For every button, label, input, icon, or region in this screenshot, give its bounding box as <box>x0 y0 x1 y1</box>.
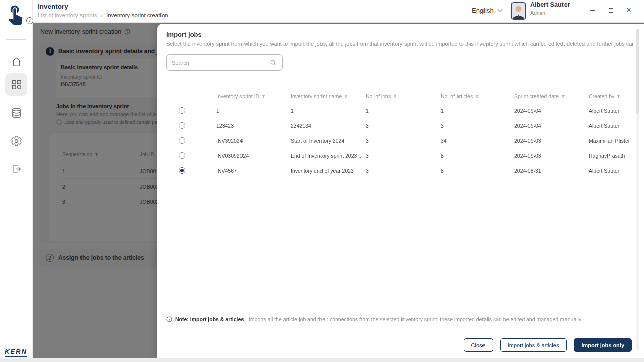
sidebar-item-inventory[interactable] <box>5 73 27 96</box>
sidebar-item-database[interactable] <box>5 102 27 124</box>
radio-button[interactable] <box>179 152 185 159</box>
table-row[interactable]: 1234232342134 33 2024-09-04Albert Sauter <box>171 118 629 133</box>
user-role: Admin <box>530 10 570 16</box>
radio-button[interactable] <box>179 107 185 114</box>
window-controls: ✕ <box>590 6 632 14</box>
import-jobs-only-button[interactable]: Import jobs only <box>574 338 632 352</box>
sidebar-item-settings[interactable] <box>5 130 27 152</box>
radio-button[interactable] <box>179 137 185 144</box>
home-icon <box>11 56 22 68</box>
sidebar-divider <box>6 39 26 40</box>
filter-icon <box>561 94 566 99</box>
table-row-selected[interactable]: INV4567Inventory end of year 2023 38 202… <box>171 163 629 178</box>
top-header: Inventory List of inventory sprints › In… <box>33 0 644 23</box>
col-header-created-date[interactable]: Sprint created date <box>514 93 589 99</box>
app-logo-touch-icon <box>4 3 26 25</box>
table-row[interactable]: INV392024Start of Inventory 2024 334 202… <box>171 133 629 148</box>
breadcrumb: List of inventory sprints › Inventory sp… <box>38 12 168 18</box>
scrollbar-thumb[interactable] <box>636 29 639 114</box>
note-text: - imports all the article-job and their … <box>244 316 582 322</box>
col-header-no-of-jobs[interactable]: No. of jobs <box>366 93 441 99</box>
modal-actions: Close Import jobs & articles Import jobs… <box>464 338 632 352</box>
col-header-sprint-name[interactable]: Inventory sprint name <box>291 93 366 99</box>
user-info: Albert Sauter Admin <box>530 1 570 16</box>
search-input[interactable] <box>172 60 269 66</box>
avatar[interactable] <box>511 2 526 20</box>
sidebar-item-logout[interactable] <box>5 158 27 180</box>
info-icon <box>166 316 172 322</box>
maximize-icon[interactable] <box>608 7 614 13</box>
breadcrumb-current: Inventory sprint creation <box>106 12 168 18</box>
kern-brand-logo: KERN <box>5 348 27 357</box>
modal-title: Import jobs <box>166 31 202 38</box>
page-title: Inventory <box>38 3 68 10</box>
col-header-created-by[interactable]: Created by <box>589 93 629 99</box>
filter-icon <box>393 94 397 99</box>
note-bold: Note: Import jobs & articles <box>175 316 244 322</box>
sidebar: › KERN <box>0 0 33 358</box>
language-selector[interactable]: English <box>472 7 503 14</box>
filter-icon <box>344 94 348 99</box>
database-icon <box>11 107 22 119</box>
filter-icon <box>616 94 621 99</box>
filter-icon <box>261 94 266 99</box>
close-icon[interactable]: ✕ <box>626 7 632 13</box>
language-label: English <box>472 7 494 14</box>
user-name: Albert Sauter <box>530 1 570 8</box>
col-header-sprint-id[interactable]: Inventory sprint ID <box>216 93 291 99</box>
modal-description: Select the inventory sprint from which y… <box>166 41 634 47</box>
apps-grid-icon <box>11 79 22 90</box>
sidebar-collapse-icon[interactable]: › <box>26 17 33 24</box>
chevron-down-icon <box>497 9 503 12</box>
table-row[interactable]: INV03092024End of Inventory sprint 2023 … <box>171 148 629 163</box>
modal-note: Note: Import jobs & articles - imports a… <box>166 316 634 322</box>
search-icon <box>269 59 277 67</box>
minimize-icon[interactable] <box>590 7 596 13</box>
bottom-strip <box>0 358 644 362</box>
modal-scrollbar[interactable] <box>636 29 639 351</box>
logout-icon <box>11 163 22 175</box>
sidebar-item-home[interactable] <box>5 51 27 73</box>
sprint-table-header: Inventory sprint ID Inventory sprint nam… <box>171 89 629 103</box>
breadcrumb-parent-link[interactable]: List of inventory sprints <box>38 12 97 18</box>
col-header-no-of-articles[interactable]: No. of articles <box>441 93 514 99</box>
radio-button-selected[interactable] <box>179 167 185 174</box>
filter-icon <box>475 94 479 99</box>
radio-button[interactable] <box>179 122 185 129</box>
search-box <box>166 54 283 71</box>
import-jobs-modal: Import jobs Select the inventory sprint … <box>157 24 644 358</box>
chevron-right-icon: › <box>101 13 103 18</box>
import-jobs-articles-button[interactable]: Import jobs & articles <box>500 338 567 352</box>
close-button[interactable]: Close <box>464 338 493 352</box>
gear-icon <box>11 135 22 147</box>
table-row[interactable]: 11 11 2024-09-04Albert Sauter <box>171 103 629 118</box>
